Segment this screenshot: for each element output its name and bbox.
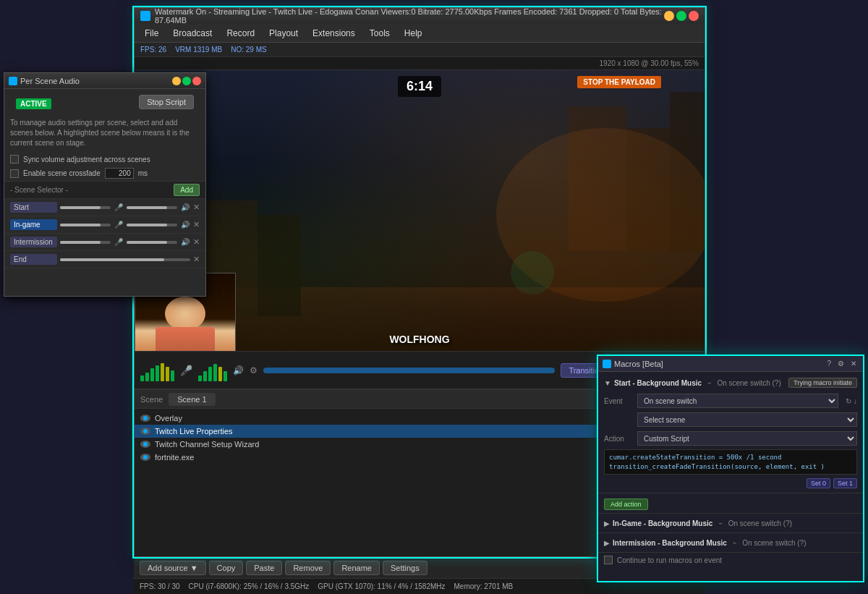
ingame-slider2[interactable] bbox=[127, 224, 177, 226]
eye-twitch-wizard bbox=[140, 441, 150, 448]
scene-ingame-name: In-game bbox=[10, 219, 57, 230]
menu-playout[interactable]: Playout bbox=[263, 26, 304, 41]
person-head bbox=[165, 297, 205, 331]
minimize-button[interactable] bbox=[664, 11, 674, 21]
stats-bar: FPS: 26 VRM 1319 MB NO: 29 MS bbox=[135, 43, 705, 57]
intermission-slider2[interactable] bbox=[127, 241, 177, 244]
active-badge: ACTIVE bbox=[16, 98, 51, 109]
intermission-mic-icon: 🎤 bbox=[114, 237, 124, 247]
end-remove[interactable]: ✕ bbox=[193, 255, 200, 264]
copy-button[interactable]: Copy bbox=[209, 561, 244, 575]
menu-help[interactable]: Help bbox=[399, 26, 428, 41]
vol-bar-1 bbox=[140, 376, 144, 381]
crossfade-label: Enable scene crossfade bbox=[23, 169, 101, 177]
menu-record[interactable]: Record bbox=[221, 26, 260, 41]
window-controls bbox=[664, 11, 699, 21]
start-mic-icon: 🎤 bbox=[114, 203, 124, 213]
active-section: ACTIVE Stop Script bbox=[4, 89, 205, 115]
volume-bars-left bbox=[140, 360, 174, 381]
scene-row-ingame: In-game 🎤 🔊 ✕ bbox=[4, 216, 205, 234]
ingame-remove[interactable]: ✕ bbox=[193, 220, 200, 229]
menu-tools[interactable]: Tools bbox=[364, 26, 396, 41]
vol-bar-6 bbox=[166, 367, 169, 381]
macro-title: Macros [Beta] bbox=[614, 360, 825, 368]
section-divider3: - bbox=[733, 536, 736, 549]
macro-section-start-header[interactable]: ▼ Start - Background Music - On scene sw… bbox=[604, 374, 857, 391]
intermission-speaker-icon: 🔊 bbox=[180, 237, 190, 247]
app-icon bbox=[140, 11, 150, 21]
memory-bottom: Memory: 2701 MB bbox=[454, 582, 514, 590]
add-action-button[interactable]: Add action bbox=[604, 498, 648, 510]
expand-arrow-ingame: ▶ bbox=[604, 519, 610, 527]
macro-footer: Continue to run macros on event bbox=[598, 553, 863, 567]
maximize-button[interactable] bbox=[676, 11, 686, 21]
audio-panel-close[interactable] bbox=[192, 77, 201, 85]
audio-slider[interactable] bbox=[263, 368, 555, 373]
run-btn-1[interactable]: Set 1 bbox=[833, 478, 857, 488]
run-btn-0[interactable]: Set 0 bbox=[807, 478, 830, 488]
add-scene-button[interactable]: Add bbox=[174, 184, 200, 196]
stop-script-button[interactable]: Stop Script bbox=[139, 95, 194, 109]
title-bar: Watermark On - Streaming Live - Twitch L… bbox=[135, 8, 705, 24]
vol-bar-r3 bbox=[208, 367, 212, 381]
scene-selector-title: - Scene Selector - bbox=[10, 186, 68, 194]
intermission-remove[interactable]: ✕ bbox=[193, 237, 200, 247]
footer-checkbox[interactable] bbox=[604, 556, 613, 564]
macro-toggle-start[interactable]: Trying macro initiate bbox=[788, 378, 857, 388]
start-slider[interactable] bbox=[60, 206, 111, 209]
audio-panel-maximize[interactable] bbox=[182, 77, 191, 85]
mic-icon: 🎤 bbox=[180, 365, 192, 376]
vol-bar-r6 bbox=[224, 371, 227, 381]
ingame-slider[interactable] bbox=[60, 224, 111, 226]
paste-button[interactable]: Paste bbox=[246, 561, 282, 575]
scene-selector-header: - Scene Selector - Add bbox=[4, 181, 205, 199]
speaker-icon: 🔊 bbox=[233, 365, 244, 376]
crossfade-ms-input[interactable] bbox=[105, 168, 134, 179]
add-source-button[interactable]: Add source ▼ bbox=[140, 561, 206, 575]
eye-overlay bbox=[140, 415, 150, 422]
start-remove[interactable]: ✕ bbox=[193, 203, 200, 212]
menu-extensions[interactable]: Extensions bbox=[307, 26, 361, 41]
fps-stat: FPS: 26 bbox=[140, 46, 166, 54]
rename-button[interactable]: Rename bbox=[333, 561, 380, 575]
per-scene-audio-panel: Per Scene Audio ACTIVE Stop Script To ma… bbox=[4, 72, 206, 297]
eye-twitch-live bbox=[140, 428, 150, 435]
menu-broadcast[interactable]: Broadcast bbox=[167, 26, 218, 41]
vol-bar-5 bbox=[161, 363, 164, 381]
macro-section-intermission[interactable]: ▶ Intermission - Background Music - On s… bbox=[598, 533, 863, 553]
macro-section-ingame[interactable]: ▶ In-Game - Background Music - On scene … bbox=[598, 514, 863, 533]
scene-start-name: Start bbox=[10, 202, 57, 213]
volume-bars-right bbox=[198, 360, 227, 381]
run-buttons: Set 0 Set 1 bbox=[604, 476, 857, 491]
start-bg-title: Start - Background Music bbox=[614, 379, 702, 387]
settings-button[interactable]: Settings bbox=[383, 561, 427, 575]
window-title: Watermark On - Streaming Live - Twitch L… bbox=[155, 7, 664, 25]
audio-panel-minimize[interactable] bbox=[172, 77, 181, 85]
close-button[interactable] bbox=[689, 11, 699, 21]
scene-name-tab[interactable]: Scene 1 bbox=[169, 393, 215, 406]
scene-select[interactable]: Select scene bbox=[637, 412, 857, 427]
fps-bottom: FPS: 30 / 30 bbox=[140, 582, 180, 590]
intermission-slider[interactable] bbox=[60, 241, 111, 244]
start-slider2[interactable] bbox=[127, 206, 177, 209]
crossfade-checkbox[interactable] bbox=[10, 169, 19, 178]
eye-fortnite bbox=[140, 454, 150, 461]
vol-bar-r2 bbox=[203, 371, 207, 381]
macro-help-icon[interactable]: ? bbox=[825, 360, 833, 368]
scene-label: Scene bbox=[140, 395, 163, 404]
action-type-select[interactable]: Custom Script bbox=[637, 431, 857, 446]
resolution-text: 1920 x 1080 @ 30.00 fps, 55% bbox=[600, 59, 699, 67]
menu-file[interactable]: File bbox=[139, 26, 164, 41]
sync-volume-checkbox[interactable] bbox=[10, 155, 19, 164]
gpu-bottom: GPU (GTX 1070): 11% / 4% / 1582MHz bbox=[318, 582, 445, 590]
remove-button[interactable]: Remove bbox=[285, 561, 331, 575]
macro-settings-icon[interactable]: ⚙ bbox=[835, 360, 846, 368]
code-line-2: transition_createFadeTransition(source, … bbox=[609, 462, 852, 472]
macro-title-bar: Macros [Beta] ? ⚙ ✕ bbox=[598, 356, 863, 372]
settings-icon: ⚙ bbox=[250, 365, 258, 376]
end-slider[interactable] bbox=[60, 258, 190, 261]
macro-close-icon[interactable]: ✕ bbox=[848, 360, 859, 368]
hud-objective: STOP THE PAYLOAD bbox=[577, 76, 661, 88]
event-select[interactable]: On scene switch bbox=[637, 394, 838, 408]
code-line-1: cumar.createStateTransition = 500x /1 se… bbox=[609, 453, 852, 462]
